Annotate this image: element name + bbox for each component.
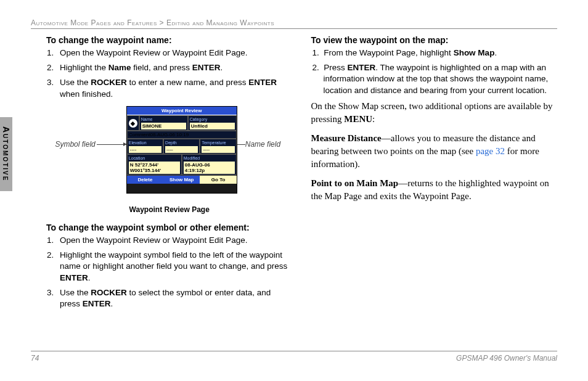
waypoint-symbol-icon: ◆ xyxy=(129,119,137,128)
step: Highlight the waypoint symbol field to t… xyxy=(56,250,293,284)
breadcrumb: Automotive Mode Pages and Features > Edi… xyxy=(31,18,557,29)
step: 1. From the Waypoint Page, highlight Sho… xyxy=(324,47,558,59)
step: Use the ROCKER to enter a new name, and … xyxy=(56,77,293,99)
device-screenshot: Waypoint Review ◆ NameSIMONE CategoryUnf… xyxy=(126,106,237,194)
body-text: Point to on Main Map—returns to the high… xyxy=(311,177,558,203)
symbol-field: ◆ xyxy=(127,115,139,131)
figure-caption: Waypoint Review Page xyxy=(46,205,293,214)
category-field: CategoryUnfiled xyxy=(188,115,237,131)
elevation-field: Elevation---- xyxy=(127,139,163,154)
go-to-button: Go To xyxy=(200,176,236,184)
page-link[interactable]: page 32 xyxy=(476,146,505,156)
location-field: LocationN 52°27.544'W001°35.144' xyxy=(127,154,182,175)
comment-field: Comment08-AUG-06 10:19 xyxy=(127,131,237,139)
delete-button: Delete xyxy=(127,176,163,184)
page-number: 74 xyxy=(31,354,39,363)
side-tab-label: Automotive xyxy=(1,126,11,181)
heading-change-name: To change the waypoint name: xyxy=(46,35,293,45)
step: 2. Press ENTER. The waypoint is highligh… xyxy=(324,62,558,96)
modified-field: Modified08-AUG-064:19:12p xyxy=(182,154,237,175)
step: Highlight the Name field, and press ENTE… xyxy=(56,62,293,73)
steps-change-name: Open the Waypoint Review or Waypoint Edi… xyxy=(46,47,293,100)
heading-change-symbol: To change the waypoint symbol or other e… xyxy=(46,223,293,232)
body-text: Measure Distance—allows you to measure t… xyxy=(311,132,558,171)
figure-waypoint-review: Symbol field Name field Waypoint Review … xyxy=(52,106,287,202)
name-field: NameSIMONE xyxy=(139,115,188,131)
footer: 74 GPSMAP 496 Owner's Manual xyxy=(31,351,557,363)
depth-field: Depth---- xyxy=(163,139,200,154)
callout-name-field: Name field xyxy=(245,140,285,149)
step: Use the ROCKER to select the symbol or e… xyxy=(56,287,293,309)
side-tab-automotive: Automotive xyxy=(0,117,12,191)
step: Open the Waypoint Review or Waypoint Edi… xyxy=(56,47,293,59)
heading-view-map: To view the waypoint on the map: xyxy=(311,35,558,45)
step: Open the Waypoint Review or Waypoint Edi… xyxy=(56,235,293,246)
body-text: On the Show Map screen, two additional o… xyxy=(311,100,558,126)
callout-symbol-field: Symbol field xyxy=(52,140,96,149)
steps-change-symbol: Open the Waypoint Review or Waypoint Edi… xyxy=(46,235,293,309)
temperature-field: Temperature---- xyxy=(200,139,236,154)
device-title: Waypoint Review xyxy=(127,107,237,115)
right-column: To view the waypoint on the map: 1. From… xyxy=(311,35,558,316)
show-map-button: Show Map xyxy=(163,176,200,184)
left-column: To change the waypoint name: Open the Wa… xyxy=(46,35,293,316)
footer-title: GPSMAP 496 Owner's Manual xyxy=(456,354,557,363)
